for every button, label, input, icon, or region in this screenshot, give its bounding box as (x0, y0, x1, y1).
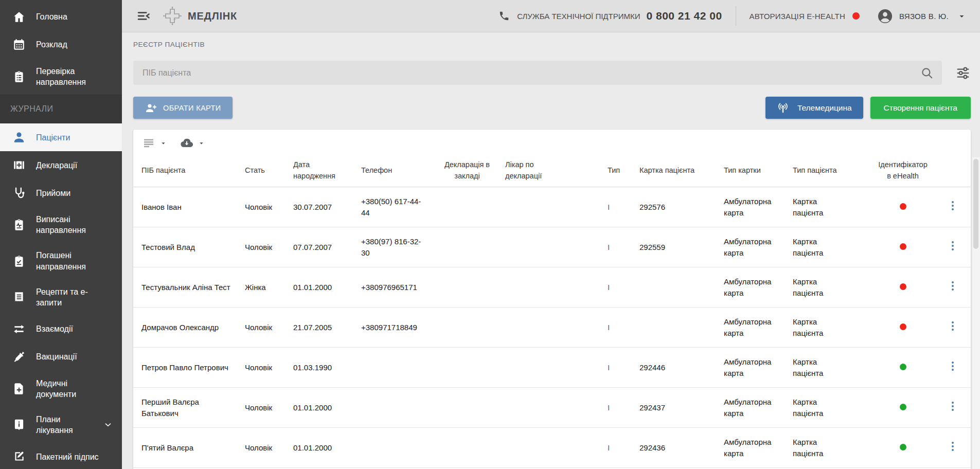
cell-birth-date: 01.01.2000 (293, 442, 354, 454)
content: РЕЄСТР ПАЦІЄНТІВ (122, 32, 980, 469)
person-icon (12, 131, 26, 144)
cell-ehealth-id (869, 322, 936, 333)
cell-patient-name: Домрачов Олександр (141, 322, 238, 333)
table-row[interactable]: Перший Валєра Батькович Чоловік 01.01.20… (133, 388, 971, 428)
logo-text: МЕДЛІНК (188, 10, 237, 22)
menu-collapse-icon (136, 9, 151, 23)
sidebar-item-schedule[interactable]: Розклад (0, 31, 122, 59)
kebab-menu-icon (946, 239, 959, 252)
cell-card-number: 292576 (639, 202, 717, 213)
cell-patient-type: Картка пацієнта (793, 316, 862, 339)
ehealth-authorization[interactable]: АВТОРИЗАЦІЯ E-HEALTH (750, 12, 860, 21)
row-menu-button[interactable] (946, 319, 959, 333)
sidebar-collapse-button[interactable] (136, 9, 151, 23)
sidebar-item-redeemed-referrals[interactable]: Погашені направлення (0, 243, 122, 279)
sidebar-item-treatment-plans[interactable]: Плани лікування (0, 407, 122, 443)
top-bar: МЕДЛІНК СЛУЖБА ТЕХНІЧНОЇ ПІДТРИМКИ 0 800… (122, 0, 980, 32)
cell-card-number: 292437 (639, 402, 717, 413)
sidebar-item-referral-check[interactable]: Перевірка направлення (0, 59, 122, 95)
sidebar-item-batch-signature[interactable]: Пакетний підпис (0, 443, 122, 469)
cell-sex: Чоловік (245, 402, 286, 413)
cell-patient-name: Петров Павло Петрович (141, 362, 238, 373)
sidebar-item-declarations[interactable]: Декларації (0, 151, 122, 179)
cell-birth-date: 21.07.2005 (293, 322, 354, 333)
sidebar-item-prescriptions[interactable]: Рецепти та е-запити (0, 279, 122, 315)
cell-ehealth-id (869, 402, 936, 413)
rows-density-menu[interactable] (142, 137, 167, 149)
cell-card-number: 292559 (639, 242, 717, 253)
support-label: СЛУЖБА ТЕХНІЧНОЇ ПІДТРИМКИ (517, 12, 640, 21)
telemedicine-button[interactable]: Телемедицина (765, 97, 863, 119)
cell-card-type: Амбулаторна карта (724, 316, 786, 339)
cell-patient-type: Картка пацієнта (793, 396, 862, 419)
row-menu-button[interactable] (946, 239, 959, 252)
document-sign-icon (12, 450, 26, 463)
cell-sex: Чоловік (245, 442, 286, 454)
kebab-menu-icon (946, 199, 959, 212)
search-input[interactable] (142, 68, 920, 78)
sidebar-item-vaccinations[interactable]: Вакцинації (0, 343, 122, 371)
tech-support[interactable]: СЛУЖБА ТЕХНІЧНОЇ ПІДТРИМКИ 0 800 21 42 0… (498, 10, 722, 22)
sidebar: Головна Розклад Перевірка направлення ЖУ… (0, 0, 122, 469)
page-scrollbar[interactable] (972, 157, 980, 469)
cell-type: І (608, 202, 632, 213)
filter-sliders-icon[interactable] (955, 65, 971, 81)
column-header: Ідентифікатор в eHealth (869, 159, 936, 181)
column-header: Декларація в закладі (436, 159, 498, 181)
select-cards-button[interactable]: ОБРАТИ КАРТИ (133, 97, 233, 119)
create-patient-button[interactable]: Створення пацієнта (870, 97, 971, 119)
sidebar-item-patients[interactable]: Пацієнти (0, 123, 122, 151)
scrollbar-thumb[interactable] (973, 159, 978, 249)
calendar-icon (12, 38, 26, 51)
clipboard-pulse-icon (12, 218, 26, 231)
sidebar-item-interactions[interactable]: Взаємодії (0, 315, 122, 343)
sidebar-item-medical-documents[interactable]: Медичні документи (0, 371, 122, 407)
export-download-menu[interactable] (181, 137, 205, 149)
ehealth-status-dot (900, 283, 906, 290)
row-menu-button[interactable] (946, 359, 959, 373)
cell-type: І (608, 362, 632, 373)
sidebar-item-home[interactable]: Головна (0, 3, 122, 31)
table-row[interactable]: Іванов Іван Чоловік 30.07.2007 +380(50) … (133, 187, 971, 227)
rows-density-icon (142, 137, 155, 149)
row-menu-button[interactable] (946, 199, 959, 212)
cell-ehealth-id (869, 362, 936, 373)
cell-patient-name: П'ятий Валєра (141, 442, 238, 454)
caret-down-icon (159, 139, 167, 147)
kebab-menu-icon (946, 359, 959, 373)
column-header: Дата народження (293, 159, 354, 181)
sidebar-item-appointments[interactable]: Прийоми (0, 179, 122, 207)
cell-phone: +380(97) 816-32-30 (361, 236, 429, 259)
cell-birth-date: 01.01.2000 (293, 282, 354, 293)
table-row[interactable]: Петров Павло Петрович Чоловік 01.03.1990… (133, 348, 971, 388)
stethoscope-icon (12, 186, 26, 200)
row-menu-button[interactable] (946, 440, 959, 453)
person-add-icon (145, 102, 157, 114)
receipt-icon (12, 291, 26, 304)
cell-type: І (608, 242, 632, 253)
declaration-card-icon (12, 158, 26, 172)
clipboard-check-icon (12, 255, 26, 268)
chevron-down-icon (957, 11, 967, 21)
cell-sex: Чоловік (245, 242, 286, 253)
row-menu-button[interactable] (946, 400, 959, 413)
cell-card-type: Амбулаторна карта (724, 236, 786, 259)
cell-card-type: Амбулаторна карта (724, 437, 786, 459)
user-menu[interactable]: ВЯЗОВ В. Ю. (877, 8, 967, 24)
ehealth-status-dot (900, 203, 906, 210)
ehealth-status-dot (900, 404, 906, 410)
sidebar-item-issued-referrals[interactable]: Виписані направлення (0, 207, 122, 243)
cell-birth-date: 01.03.1990 (293, 362, 354, 373)
cell-patient-name: Іванов Іван (141, 202, 238, 213)
search-icon[interactable] (920, 66, 934, 80)
kebab-menu-icon (946, 279, 959, 293)
app-logo[interactable]: МЕДЛІНК (162, 6, 237, 26)
table-row[interactable]: Тестовий Влад Чоловік 07.07.2007 +380(97… (133, 227, 971, 267)
export-download-icon (181, 137, 193, 149)
row-menu-button[interactable] (946, 279, 959, 293)
table-row[interactable]: П'ятий Валєра Чоловік 01.01.2000 І 29243… (133, 428, 971, 468)
table-row[interactable]: Тестувальник Аліна Тест Жінка 01.01.2000… (133, 267, 971, 308)
table-row[interactable]: Домрачов Олександр Чоловік 21.07.2005 +3… (133, 308, 971, 348)
cell-patient-name: Тестувальник Аліна Тест (141, 282, 238, 293)
ehealth-label: АВТОРИЗАЦІЯ E-HEALTH (750, 12, 845, 21)
